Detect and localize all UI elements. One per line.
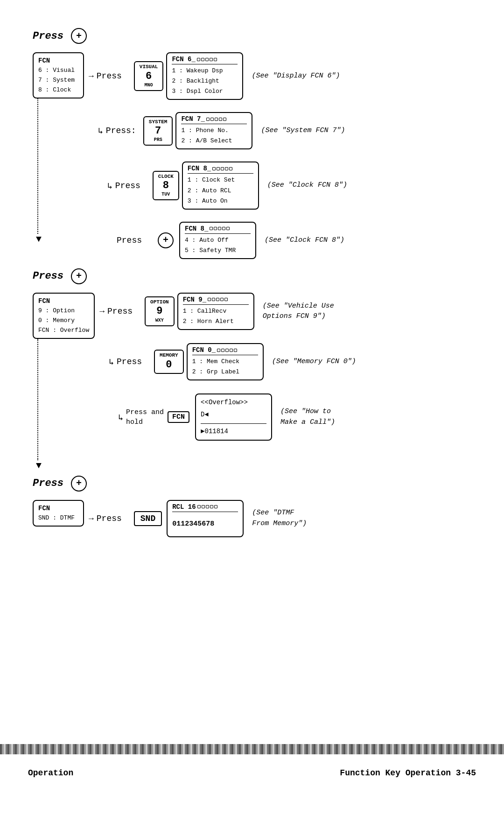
fcn-source-1-line4: 8 : Clock [38, 85, 78, 95]
arrow-5: ↳ [109, 357, 114, 367]
group2-subrows: → Press OPTION 9 WXY FCN 9_ [99, 293, 356, 445]
row-overflow: ↳ Press andhold FCN <<Overflow>> D◄ ►011… [118, 393, 356, 441]
result-fcn7: FCN 7_ 1 : Phone No. 2 : A/B Se [175, 112, 252, 149]
vline-2 [37, 339, 38, 460]
group3-subrows: → Press SND RCL 16 [89, 500, 327, 542]
group1-subrows: → Press VISUAL 6 MNO FCN 6_ [89, 52, 347, 264]
see-snd: (See "DTMFFrom Memory") [252, 508, 327, 529]
result-fcn0: FCN 0_ 1 : Mem Check 2 : Grp La [187, 343, 264, 380]
footer: Operation Function Key Operation 3-45 [28, 768, 476, 778]
press-8-label: Press [115, 181, 148, 190]
fcn-source-1-line2: 6 : Visual [38, 66, 78, 76]
vline-1 [37, 98, 38, 234]
see-overflow: (See "How toMake a Call") [280, 407, 355, 428]
arrow-1: → [89, 71, 94, 81]
key-0-memory[interactable]: MEMORY 0 [154, 350, 184, 374]
fcn-source-1-line3: 7 : System [38, 76, 78, 85]
result-fcn8a: FCN 8_ 1 : Clock Set 2 : Auto R [182, 162, 259, 209]
plus-button-1: + [71, 28, 87, 44]
fcn-source-1-line1: FCN [38, 56, 78, 66]
footer-left: Operation [28, 768, 73, 778]
result-fcn6: FCN 6_ 1 : Wakeup Dsp 2 : Backl [166, 52, 243, 100]
section3-top-press: Press + [33, 476, 471, 492]
result-overflow: <<Overflow>> D◄ ►011814 [195, 393, 272, 441]
see-fcn6: (See "Display FCN 6") [252, 71, 340, 82]
key-7-system[interactable]: SYSTEM 7 PRS [143, 116, 173, 146]
key-6-visual[interactable]: VISUAL 6 MNO [134, 61, 164, 91]
press-snd-label: Press [97, 514, 129, 523]
result-fcn8b: FCN 8_ 4 : Auto Off 5 : Safety [179, 222, 256, 259]
arrow-4: → [99, 307, 105, 316]
see-fcn0: (See "Memory FCN 0") [272, 357, 356, 367]
group2-wrapper: FCN 9 : Option 0 : Memory FCN : Overflow… [33, 293, 471, 471]
fcn-source-3: FCN SND : DTMF [33, 500, 84, 527]
row-fcn8b: Press + FCN 8_ [117, 222, 347, 259]
press-6-label: Press [97, 71, 129, 81]
row-fcn6: → Press VISUAL 6 MNO FCN 6_ [89, 52, 347, 100]
see-fcn9: (See "Vehicle UseOptions FCN 9") [263, 301, 337, 322]
see-fcn8b: (See "Clock FCN 8") [265, 235, 344, 246]
fcn-source-1: FCN 6 : Visual 7 : System 8 : Clock [33, 52, 84, 98]
row-snd: → Press SND RCL 16 [89, 500, 327, 537]
press-9-label: Press [107, 307, 140, 316]
press-label-3: Press [33, 478, 63, 489]
press-7-label: Press: [106, 126, 139, 135]
key-9-option[interactable]: OPTION 9 WXY [145, 296, 175, 326]
press-label-2: Press [33, 270, 63, 282]
fcn-key[interactable]: FCN [168, 411, 189, 423]
press-hold-label: Press andhold [126, 408, 164, 427]
section2-top-press: Press + [33, 268, 471, 284]
press-label-1: Press [33, 30, 63, 42]
press-0-label: Press [117, 357, 149, 366]
row-fcn0: ↳ Press MEMORY 0 FCN 0_ [109, 343, 356, 380]
key-snd[interactable]: SND [134, 511, 162, 526]
see-fcn7: (See "System FCN 7") [261, 126, 345, 136]
row-fcn8a: ↳ Press CLOCK 8 TUV FCN 8_ [107, 162, 347, 209]
result-rcl16: RCL 16 0112345678 [167, 500, 244, 537]
plus-button-3: + [71, 476, 87, 492]
result-fcn9: FCN 9_ 1 : CallRecv 2 : Horn Al [177, 293, 254, 330]
bottom-decorative-bar [0, 744, 504, 754]
key-8-clock[interactable]: CLOCK 8 TUV [153, 171, 179, 201]
row-fcn9: → Press OPTION 9 WXY FCN 9_ [99, 293, 356, 330]
footer-right: Function Key Operation 3-45 [340, 768, 476, 778]
arrow-2: ↳ [98, 126, 103, 136]
fcn-source-2: FCN 9 : Option 0 : Memory FCN : Overflow [33, 293, 95, 339]
section1-top-press: Press + [33, 28, 471, 44]
arrow-6: ↳ [118, 412, 123, 422]
plus-button-fcn8: + [158, 232, 174, 248]
press-plus-8-label: Press [117, 236, 149, 245]
arrow-7: → [89, 514, 94, 523]
group3-wrapper: FCN SND : DTMF → Press SND RCL 16 [33, 500, 471, 542]
see-fcn8a: (See "Clock FCN 8") [267, 180, 347, 191]
down-arrow-1: ▼ [36, 234, 42, 245]
arrow-3: ↳ [107, 181, 112, 191]
plus-button-2: + [71, 268, 87, 284]
down-arrow-2: ▼ [36, 460, 42, 471]
row-fcn7: ↳ Press: SYSTEM 7 PRS FCN 7_ [98, 112, 347, 149]
group1-wrapper: FCN 6 : Visual 7 : System 8 : Clock ▼ → … [33, 52, 471, 264]
